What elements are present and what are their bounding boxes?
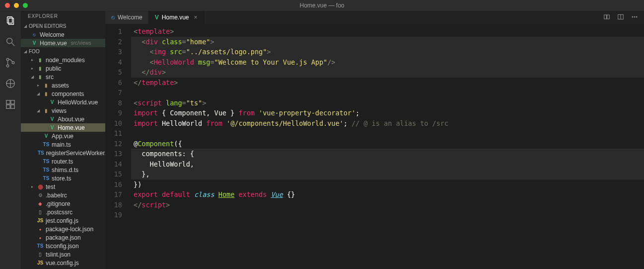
tree-folder[interactable]: ▸▮assets xyxy=(21,81,105,90)
ts-icon: TS xyxy=(38,150,44,157)
svg-line-3 xyxy=(12,43,15,46)
code-line[interactable]: </script> xyxy=(131,200,644,210)
line-number: 9 xyxy=(105,108,122,118)
code-line[interactable] xyxy=(131,210,644,220)
tree-folder[interactable]: ▸▮node_modules xyxy=(21,56,105,64)
code-line[interactable]: <script lang="ts"> xyxy=(131,98,644,108)
svg-point-6 xyxy=(12,62,14,64)
tree-file[interactable]: TStsconfig.json xyxy=(21,242,105,250)
line-number: 16 xyxy=(105,179,122,190)
sidebar-title: EXPLORER xyxy=(21,11,105,22)
tree-label: views xyxy=(52,107,67,114)
tree-folder[interactable]: ◢▮components xyxy=(21,90,105,98)
code-line[interactable]: <template> xyxy=(131,26,644,37)
compare-icon[interactable] xyxy=(603,13,610,22)
tree-label: test xyxy=(46,183,55,190)
editor-area: ⎋WelcomeVHome.vue× 123456789101112131415… xyxy=(105,11,644,269)
more-icon[interactable] xyxy=(631,13,638,22)
file-icon: ▯ xyxy=(37,251,44,258)
line-number: 8 xyxy=(105,98,122,108)
tree-file[interactable]: ⚙.babelrc xyxy=(21,191,105,199)
explorer-icon[interactable] xyxy=(4,15,16,27)
svg-rect-11 xyxy=(11,100,14,104)
tree-file[interactable]: JSjest.config.js xyxy=(21,216,105,225)
tree-file[interactable]: TSstore.ts xyxy=(21,174,105,182)
open-editor-item[interactable]: ⎋Welcome xyxy=(21,30,105,39)
vue-icon: V xyxy=(43,133,50,140)
code-line[interactable] xyxy=(131,128,644,139)
tree-folder[interactable]: ▸⬤test xyxy=(21,182,105,191)
line-number: 7 xyxy=(105,88,122,98)
ts-icon: TS xyxy=(43,141,50,148)
tree-file[interactable]: TSmain.ts xyxy=(21,140,105,149)
code-line[interactable]: <img src="../assets/logo.png"> xyxy=(131,47,644,57)
tree-file[interactable]: VAbout.vue xyxy=(21,115,105,123)
folder-icon: ▮ xyxy=(37,57,44,64)
code-line[interactable]: <HelloWorld msg="Welcome to Your Vue.js … xyxy=(131,57,644,68)
folder-icon: ▮ xyxy=(37,65,44,72)
tree-folder[interactable]: ▸▮public xyxy=(21,64,105,73)
source-control-icon[interactable] xyxy=(4,57,16,69)
open-editors-header[interactable]: ◢ OPEN EDITORS xyxy=(21,22,105,30)
open-editor-label: Welcome xyxy=(40,31,65,38)
debug-icon[interactable] xyxy=(4,78,16,90)
line-number: 1 xyxy=(105,26,122,37)
tree-label: .babelrc xyxy=(46,192,67,199)
vue-icon: V xyxy=(49,99,56,106)
tree-file[interactable]: TSregisterServiceWorker.ts xyxy=(21,149,105,157)
tree-file[interactable]: ⬥package.json xyxy=(21,233,105,242)
close-tab-icon[interactable]: × xyxy=(194,14,198,21)
tree-label: components xyxy=(52,90,84,97)
tree-folder[interactable]: ◢▮views xyxy=(21,106,105,115)
tree-label: assets xyxy=(52,82,69,89)
extensions-icon[interactable] xyxy=(4,98,16,110)
search-icon[interactable] xyxy=(4,36,16,48)
code-line[interactable]: }, xyxy=(131,169,644,179)
code-editor[interactable]: 12345678910111213141516171819 <template>… xyxy=(105,24,644,269)
tree-label: main.ts xyxy=(52,141,71,148)
tree-file[interactable]: ⬥package-lock.json xyxy=(21,225,105,233)
code-line[interactable]: components: { xyxy=(131,149,644,159)
tree-file[interactable]: VHome.vue xyxy=(21,123,105,132)
code-line[interactable]: HelloWorld, xyxy=(131,159,644,170)
code-line[interactable]: </div> xyxy=(131,67,644,78)
code-line[interactable]: </template> xyxy=(131,78,644,88)
tree-file[interactable]: TSshims.d.ts xyxy=(21,166,105,174)
tree-label: package-lock.json xyxy=(46,226,93,233)
line-number: 12 xyxy=(105,139,122,149)
tree-file[interactable]: ◆.gitignore xyxy=(21,199,105,208)
split-editor-icon[interactable] xyxy=(617,13,624,22)
code-line[interactable] xyxy=(131,88,644,98)
code-line[interactable]: export default class Home extends Vue {} xyxy=(131,189,644,200)
svg-rect-14 xyxy=(604,14,607,18)
tree-file[interactable]: VApp.vue xyxy=(21,132,105,140)
code-line[interactable]: }) xyxy=(131,179,644,190)
titlebar: Home.vue — foo xyxy=(0,0,644,11)
tree-file[interactable]: ▯tslint.json xyxy=(21,250,105,259)
code-line[interactable]: import { Component, Vue } from 'vue-prop… xyxy=(131,108,644,118)
code-line[interactable]: @Component({ xyxy=(131,139,644,149)
code-content[interactable]: <template> <div class="home"> <img src="… xyxy=(131,24,644,269)
file-icon: ▯ xyxy=(37,209,44,216)
ts-icon: TS xyxy=(37,243,44,250)
open-editor-item[interactable]: VHome.vuesrc/views xyxy=(21,39,105,47)
tree-file[interactable]: VHelloWorld.vue xyxy=(21,98,105,106)
svg-rect-10 xyxy=(6,100,10,104)
ts-icon: TS xyxy=(43,158,50,165)
svg-point-4 xyxy=(6,58,9,61)
tree-file[interactable]: TSrouter.ts xyxy=(21,157,105,166)
editor-tab[interactable]: VHome.vue× xyxy=(149,11,204,24)
project-header[interactable]: ◢ FOO xyxy=(21,47,105,56)
tree-label: package.json xyxy=(46,234,81,241)
tree-file[interactable]: ▯.postcssrc xyxy=(21,208,105,216)
editor-tab[interactable]: ⎋Welcome xyxy=(105,11,149,24)
line-number: 14 xyxy=(105,159,122,170)
folder2-icon: ▮ xyxy=(43,82,50,89)
code-line[interactable]: <div class="home"> xyxy=(131,37,644,47)
line-number: 17 xyxy=(105,189,122,200)
home-icon: ⎋ xyxy=(111,14,115,21)
tree-file[interactable]: JSvue.config.js xyxy=(21,259,105,267)
tree-folder[interactable]: ◢▮src xyxy=(21,73,105,81)
twistie-icon: ▸ xyxy=(30,58,35,62)
code-line[interactable]: import HelloWorld from '@/components/Hel… xyxy=(131,118,644,129)
